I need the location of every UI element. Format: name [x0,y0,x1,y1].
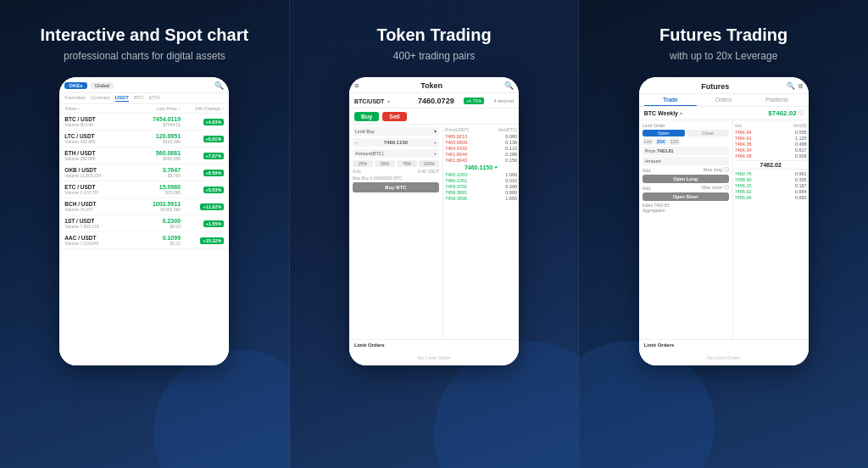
tab-orders[interactable]: Orders [697,94,750,106]
open-short-button[interactable]: Open Short [643,192,729,201]
table-row[interactable]: BCH / USDTVolume 75.007 1002.5911$1002.5… [59,198,229,215]
ask-row-r: 7464.360.468 [735,142,807,147]
pct-75[interactable]: 75% [397,160,417,167]
open-long-button[interactable]: Open Long [643,175,729,183]
buy-btc-button[interactable]: Buy BTC [353,182,439,192]
tab-usdt[interactable]: USDT [115,95,129,102]
leverage-opt[interactable]: 20X [655,138,667,145]
ask-row: 7461.80440.288 [445,152,517,157]
bid-row: 7460.12610.010 [445,178,517,183]
futures-tabs: Trade Orders Positions [639,94,809,107]
avbl-row: Avbl 0.00 USDT [353,169,439,174]
tab-favorites[interactable]: Favorites [64,95,86,102]
tab-btc[interactable]: BTC [134,95,144,102]
order-book: Price(USDT) Amt(BTC) 7465.92130.080 7465… [443,125,519,339]
table-row[interactable]: 1ST / USDTVolume 7,805.118 0.2300$0.03 +… [59,215,229,232]
tab-trade[interactable]: Trade [644,94,698,106]
bid-row-r: 7455.920.684 [735,189,807,194]
limit-opt[interactable]: Lmt [643,138,654,145]
menu-icon-right[interactable]: ≡ [798,81,804,91]
search-icon-right[interactable]: 🔍 [787,82,795,90]
amount-field[interactable]: Amount [643,157,729,165]
ask-row: 7465.06090.139 [445,140,517,145]
pct-25[interactable]: 25% [353,160,373,167]
ask-row-r: 7464.611.125 [735,136,807,141]
center-phone: ≡ Token 🔍 BTC/USDT ▾ 7460.0729 +4.75% 4 … [349,77,519,365]
tab-contract[interactable]: Contract [91,95,110,102]
okex-btn[interactable]: OKEx [64,82,86,89]
pct-100[interactable]: 100% [419,160,439,167]
right-phone: Futures 🔍 ≡ Trade Orders Positions BTC W… [639,77,809,365]
panel-center-subtitle: 400+ trading pairs [393,50,475,62]
price-field[interactable]: Price 7463.81 [643,147,729,155]
limit-orders-bar: Limit Orders [349,339,519,350]
mark-price: $7462.02 [768,109,796,117]
open-tab[interactable]: Open [643,130,685,136]
aggregation-row: Aggregation [643,208,729,213]
amount-label: Amount [645,159,661,164]
search-icon[interactable]: 🔍 [214,81,224,90]
no-limit-order: No Limit Order [349,350,519,365]
table-row[interactable]: AAC / USDTVolume 7,118,945 0.1099$0.11 +… [59,232,229,249]
current-price: 7460.0729 [418,97,454,105]
right-phone-screen: Futures 🔍 ≡ Trade Orders Positions BTC W… [639,77,809,365]
bid-row: 7459.37020.399 [445,184,517,189]
order-form: Limit Buy ▾ – 7460.1150 + Amount(BTC) + … [349,125,443,339]
price-change-badge: +4.75% [464,98,485,104]
table-row[interactable]: OKB / USDTVolume 11,803.154 3.7647$3.765… [59,164,229,181]
price-label: Price [645,148,656,153]
left-phone-screen: OKEx Global 🔍 Favorites Contract USDT BT… [59,77,229,365]
left-phone-tabs: Favorites Contract USDT BTC ETH [59,93,229,104]
buy-sell-row: Buy Sell [349,109,519,125]
table-row[interactable]: ETC / USDTVolume 2,478.787 15.0980$15.09… [59,181,229,198]
panel-right-subtitle: with up to 20x Leverage [670,50,777,62]
coin-list-header: Token ↑ Last Price ↑ 24h Change ↑ [59,104,229,114]
bid-row-r: 7455.660.992 [735,195,807,200]
price-input[interactable]: – 7460.1150 + [353,138,439,147]
center-title-label: Token [362,81,501,90]
max-buy-row: Max Buy 0.00000000 BTC [353,176,439,181]
futures-no-limit-order: No Limit Order [639,350,809,365]
table-row[interactable]: LTC / USDTVolume 432.885 120.0951$120.09… [59,131,229,148]
buy-button[interactable]: Buy [354,112,379,121]
tab-eth[interactable]: ETH [149,95,159,102]
table-row[interactable]: BTC / USDTVolume 30.196 7454.0119$7454.0… [59,114,229,131]
table-row[interactable]: ETH / USDTVolume 292.885 560.0881$560.08… [59,148,229,164]
menu-icon[interactable]: ≡ [354,81,359,90]
futures-limit-orders-bar: Limit Orders [639,339,809,350]
order-body: Limit Buy ▾ – 7460.1150 + Amount(BTC) + … [349,125,519,339]
ask-row-r: 7464.080.509 [735,153,807,159]
panel-center: Token Trading 400+ trading pairs ≡ Token… [289,0,580,468]
tab-positions[interactable]: Positions [750,94,804,106]
leverage-opt2[interactable]: 10X [669,138,681,145]
mid-price: 7460.1150 + [445,164,517,170]
futures-title: Futures [644,82,787,91]
amount-input[interactable]: Amount(BTC) + [353,149,439,158]
ask-row-r: 7464.940.535 [735,130,807,135]
ask-row: 7465.92130.080 [445,134,517,139]
center-phone-screen: ≡ Token 🔍 BTC/USDT ▾ 7460.0729 +4.75% 4 … [349,77,519,365]
pct-50[interactable]: 50% [375,160,395,167]
pair-row: BTC/USDT ▾ 7460.0729 +4.75% 4 decimal [349,93,519,109]
panel-left: Interactive and Spot chart professional … [0,0,289,468]
order-type-select[interactable]: Limit Buy ▾ [353,127,439,136]
futures-mid-price: 7462.02 [735,160,807,170]
ask-row: 7464.43330.110 [445,146,517,151]
center-phone-header: ≡ Token 🔍 [349,77,519,93]
futures-order-book: Ask Amt(B) 7464.940.535 7464.611.125 746… [733,120,809,339]
trading-pair[interactable]: BTC/USDT [354,98,384,104]
search-icon-center[interactable]: 🔍 [504,81,514,90]
bid-row-r: 7458.400.335 [735,177,807,182]
global-btn[interactable]: Global [91,82,114,89]
close-tab[interactable]: Close [687,130,729,136]
left-phone-header: OKEx Global 🔍 [59,77,229,93]
panel-right-title: Futures Trading [659,25,787,45]
pct-row: 25% 50% 75% 100% [353,160,439,167]
contract-label[interactable]: BTC Weekly [644,110,678,116]
right-phone-header: Futures 🔍 ≡ [639,77,809,94]
panel-left-subtitle: professional charts for digital assets [64,50,225,62]
bid-row-r: 7456.150.187 [735,183,807,188]
sell-button[interactable]: Sell [382,112,406,121]
bid-row: 7459.36910.800 [445,190,517,195]
panel-left-title: Interactive and Spot chart [41,25,249,45]
